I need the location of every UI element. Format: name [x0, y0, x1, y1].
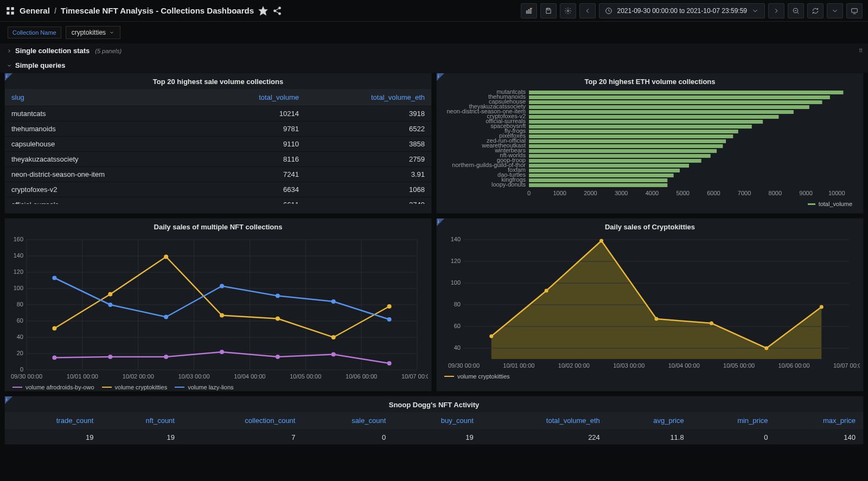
svg-rect-19	[852, 8, 858, 12]
bar-chart: mutantcatsthehumanoidscapsulehousetheyak…	[437, 89, 860, 197]
table-row[interactable]: cryptofoxes-v266341068	[5, 182, 431, 197]
panel-top20-eth-volume[interactable]: Top 20 highest ETH volume collections mu…	[436, 73, 864, 214]
info-icon[interactable]	[437, 219, 444, 226]
svg-text:60: 60	[17, 317, 23, 324]
drag-handle-icon[interactable]: ⠿	[859, 48, 864, 54]
svg-text:1000: 1000	[553, 190, 566, 196]
panel-top20-sale-volume[interactable]: Top 20 highest sale volume collections s…	[4, 73, 432, 214]
panel-daily-sales-cryptokitties[interactable]: Daily sales of Cryptokitties 40608010012…	[436, 218, 864, 392]
refresh-button[interactable]	[807, 3, 824, 18]
table-row[interactable]: theyakuzacatssociety81162759	[5, 152, 431, 167]
table-row[interactable]: mutantcats102143918	[5, 106, 431, 121]
col-nft_count[interactable]: nft_count	[101, 412, 182, 429]
svg-rect-37	[529, 130, 738, 133]
svg-text:10/03 00:00: 10/03 00:00	[613, 362, 644, 369]
variable-select-collection[interactable]: cryptokitties	[66, 26, 120, 39]
panel-snoop-activity[interactable]: Snoop Dogg's NFT Activity trade_countnft…	[4, 396, 864, 445]
col-collection_count[interactable]: collection_count	[182, 412, 303, 429]
col-trade_count[interactable]: trade_count	[5, 412, 101, 429]
top-actions: 2021-09-30 00:00:00 to 2021-10-07 23:59:…	[521, 3, 863, 18]
svg-text:100: 100	[14, 285, 23, 291]
svg-rect-53	[529, 169, 680, 172]
table-scroll[interactable]: slug total_volume total_volume_eth mutan…	[5, 89, 431, 204]
table-row[interactable]: official-surreals66112749	[5, 197, 431, 204]
breadcrumb-folder[interactable]: General	[20, 6, 50, 15]
info-icon[interactable]	[5, 396, 12, 404]
variable-label: Collection Name	[8, 27, 61, 39]
row-title: Single collection stats	[15, 47, 90, 55]
legend-item[interactable]: volume cryptokitties	[102, 384, 168, 390]
clock-icon	[605, 7, 612, 15]
svg-text:2000: 2000	[584, 190, 597, 196]
svg-text:5000: 5000	[676, 190, 689, 196]
time-next-button[interactable]	[768, 3, 784, 18]
col-total-volume-eth[interactable]: total_volume_eth	[305, 89, 431, 106]
col-max_price[interactable]: max_price	[776, 412, 864, 429]
col-min_price[interactable]: min_price	[692, 412, 776, 429]
svg-rect-29	[529, 110, 794, 114]
star-icon[interactable]	[258, 6, 268, 16]
svg-text:10/07 00:00: 10/07 00:00	[833, 362, 860, 369]
svg-text:140: 140	[451, 236, 461, 242]
legend-item[interactable]: volume lazy-lions	[175, 384, 233, 390]
panel-daily-sales-multi[interactable]: Daily sales of multiple NFT collections …	[4, 218, 432, 392]
cell: 0	[692, 429, 776, 446]
svg-text:120: 120	[451, 258, 461, 264]
svg-text:60: 60	[454, 323, 461, 329]
kiosk-button[interactable]	[846, 3, 863, 18]
add-panel-button[interactable]	[521, 3, 537, 18]
info-icon[interactable]	[5, 73, 12, 81]
panel-title: Top 20 highest ETH volume collections	[437, 73, 863, 89]
breadcrumb-title[interactable]: Timescale NFT Analysis - Collections Das…	[61, 6, 254, 15]
panel-grid: Top 20 highest sale volume collections s…	[0, 73, 868, 449]
save-button[interactable]	[540, 3, 557, 18]
top-toolbar: General / Timescale NFT Analysis - Colle…	[0, 0, 868, 22]
svg-text:120: 120	[14, 268, 23, 275]
legend-item[interactable]: total_volume	[808, 201, 852, 207]
zoom-out-button[interactable]	[788, 3, 804, 18]
svg-text:10/04 00:00: 10/04 00:00	[234, 373, 265, 380]
table-row[interactable]: thehumanoids97816522	[5, 121, 431, 137]
svg-text:0: 0	[527, 190, 531, 196]
share-icon[interactable]	[272, 6, 282, 16]
row-single-collection-stats[interactable]: Single collection stats (5 panels) ⠿	[0, 43, 868, 58]
col-total-volume[interactable]: total_volume	[206, 89, 305, 106]
svg-rect-25	[529, 100, 822, 104]
info-icon[interactable]	[437, 73, 444, 81]
svg-rect-27	[529, 105, 809, 109]
svg-text:10/06 00:00: 10/06 00:00	[346, 373, 377, 380]
svg-rect-1	[11, 7, 14, 10]
chevron-down-icon	[7, 63, 12, 68]
svg-text:4000: 4000	[646, 190, 659, 196]
svg-text:10/02 00:00: 10/02 00:00	[123, 373, 154, 380]
legend-item[interactable]: volume cryptokitties	[444, 373, 510, 380]
variable-bar: Collection Name cryptokitties	[0, 22, 868, 43]
cell: 0	[303, 429, 393, 446]
col-buy_count[interactable]: buy_count	[393, 412, 481, 429]
table-row[interactable]: capsulehouse91103858	[5, 137, 431, 152]
col-total_volume_eth[interactable]: total_volume_eth	[481, 412, 608, 429]
col-avg_price[interactable]: avg_price	[608, 412, 692, 429]
time-picker[interactable]: 2021-09-30 00:00:00 to 2021-10-07 23:59:…	[599, 3, 765, 18]
refresh-interval-button[interactable]	[827, 3, 843, 18]
row-simple-queries[interactable]: Simple queries	[0, 58, 868, 73]
svg-point-5	[279, 7, 281, 9]
chevron-down-icon	[751, 7, 759, 15]
svg-text:3000: 3000	[615, 190, 628, 196]
breadcrumb-sep: /	[54, 6, 56, 15]
time-prev-button[interactable]	[579, 3, 596, 18]
svg-text:10/05 00:00: 10/05 00:00	[723, 362, 755, 369]
legend-item[interactable]: volume afrodroids-by-owo	[12, 384, 94, 390]
col-sale_count[interactable]: sale_count	[303, 412, 393, 429]
svg-text:6000: 6000	[707, 190, 720, 196]
svg-line-8	[276, 8, 279, 10]
col-slug[interactable]: slug	[5, 89, 206, 106]
settings-button[interactable]	[560, 3, 576, 18]
svg-rect-10	[527, 11, 528, 14]
time-range-label: 2021-09-30 00:00:00 to 2021-10-07 23:59:…	[617, 7, 747, 15]
svg-rect-2	[7, 11, 9, 14]
svg-text:100: 100	[451, 279, 461, 286]
table-row[interactable]: neon-district-season-one-item72413.91	[5, 167, 431, 182]
breadcrumb: General / Timescale NFT Analysis - Colle…	[5, 6, 282, 16]
svg-text:10/02 00:00: 10/02 00:00	[558, 362, 590, 369]
